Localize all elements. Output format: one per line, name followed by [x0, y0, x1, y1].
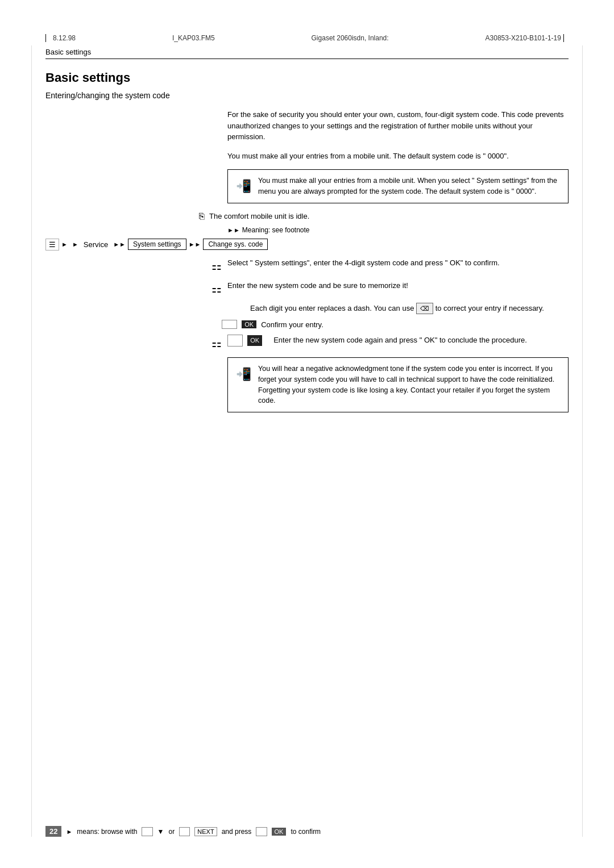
step-2-row: ⚏ Enter the new system code and be sure …: [199, 280, 569, 297]
system-settings-label: System settings: [133, 240, 181, 248]
ok-button-2[interactable]: OK: [247, 335, 262, 346]
note-text-1: You must make all your entries from a mo…: [258, 176, 560, 197]
warning-icon: 📲: [236, 365, 251, 406]
blank-btn-1: [222, 320, 237, 329]
backspace-btn: ⌫: [416, 303, 433, 315]
header-device: Gigaset 2060isdn, Inland:: [312, 34, 389, 42]
note-text-2: You will hear a negative acknowledgment …: [258, 364, 560, 406]
note-box-2: 📲 You will hear a negative acknowledgmen…: [227, 357, 569, 412]
footer-text3: and press: [222, 828, 252, 836]
header-left: 8.12.98: [45, 34, 76, 42]
footer-down-arrow: ▼: [157, 828, 164, 836]
footer-next-btn[interactable]: NEXT: [194, 827, 217, 836]
confirm-text-1: Confirm your entry.: [261, 320, 323, 329]
change-code-label: Change sys. code: [208, 240, 263, 248]
note-box-1: 📲 You must make all your entries from a …: [227, 169, 569, 203]
right-margin: [582, 45, 583, 837]
step-1-text: Select " System settings", enter the 4-d…: [227, 257, 569, 269]
nav-arrow-2: ►►: [113, 241, 126, 248]
nav-arrow-3: ►►: [189, 241, 201, 248]
footer-ok-btn[interactable]: OK: [272, 828, 287, 836]
footer-text2: or: [168, 828, 175, 836]
step-5-text: Enter the new system code again and pres…: [273, 335, 569, 346]
main-title: Basic settings: [45, 70, 569, 85]
double-arrow-icon: ►►: [227, 227, 240, 233]
subtitle: Entering/changing the system code: [45, 91, 569, 100]
system-settings-box: System settings: [128, 239, 186, 250]
footer-text1: means: browse with: [77, 828, 137, 836]
step-5-row: ⚏ OK Enter the new system code again and…: [199, 335, 569, 352]
header-divider: [45, 34, 46, 42]
nav-arrow-1: ►: [61, 241, 68, 248]
ok-button-1[interactable]: OK: [242, 320, 256, 328]
menu-icon: ☰: [49, 240, 56, 249]
header-ref: A30853-X210-B101-1-19: [486, 34, 561, 42]
page-header: 8.12.98 I_KAP03.FM5 Gigaset 2060isdn, In…: [45, 34, 569, 42]
page-footer: 22 ► means: browse with ▼ or NEXT and pr…: [45, 826, 569, 837]
mobile-unit-icon: 📲: [236, 177, 251, 197]
header-divider-right: [563, 34, 564, 42]
paragraph-1: For the sake of security you should ente…: [227, 109, 569, 143]
page: 8.12.98 I_KAP03.FM5 Gigaset 2060isdn, In…: [0, 0, 614, 868]
page-number: 22: [45, 826, 61, 837]
step-5-btns: OK: [227, 335, 263, 347]
step-3-row: Each digit you enter replaces a dash. Yo…: [250, 303, 569, 315]
change-code-box: Change sys. code: [203, 239, 268, 250]
footer-browse-btn: [142, 827, 152, 836]
menu-icon-box: ☰: [45, 239, 59, 251]
step-5-icon: ⚏: [199, 335, 222, 352]
header-date: 8.12.98: [53, 34, 76, 42]
idle-line: ⎘ The comfort mobile unit is idle.: [199, 211, 569, 222]
header-file: I_KAP03.FM5: [172, 34, 215, 42]
step-1-row: ⚏ Select " System settings", enter the 4…: [199, 257, 569, 274]
top-section-title: Basic settings: [45, 48, 569, 59]
nav-row: ☰ ► ► Service ►► System settings ►► Chan…: [45, 239, 569, 251]
step-2-text: Enter the new system code and be sure to…: [227, 280, 569, 291]
footer-text4: to confirm: [291, 828, 321, 836]
footer-blank-btn2: [256, 827, 267, 836]
idle-text: The comfort mobile unit is idle.: [209, 212, 309, 220]
footer-arrow: ►: [66, 828, 72, 835]
step-2-icon: ⚏: [199, 280, 222, 297]
step-1-icon: ⚏: [199, 257, 222, 274]
phone-icon: ⎘: [199, 211, 205, 222]
confirm-row-1: OK Confirm your entry.: [222, 320, 569, 329]
blank-btn-2: [227, 335, 243, 347]
footer-blank-btn: [179, 827, 190, 836]
service-label: Service: [81, 239, 111, 250]
nav-arrow-1b: ►: [72, 241, 78, 248]
meaning-text: Meaning: see footnote: [242, 226, 310, 234]
step-3-text: Each digit you enter replaces a dash. Yo…: [250, 303, 569, 315]
left-margin: [31, 45, 32, 837]
paragraph-2: You must make all your entries from a mo…: [227, 151, 569, 162]
meaning-line: ►► Meaning: see footnote: [227, 226, 569, 234]
